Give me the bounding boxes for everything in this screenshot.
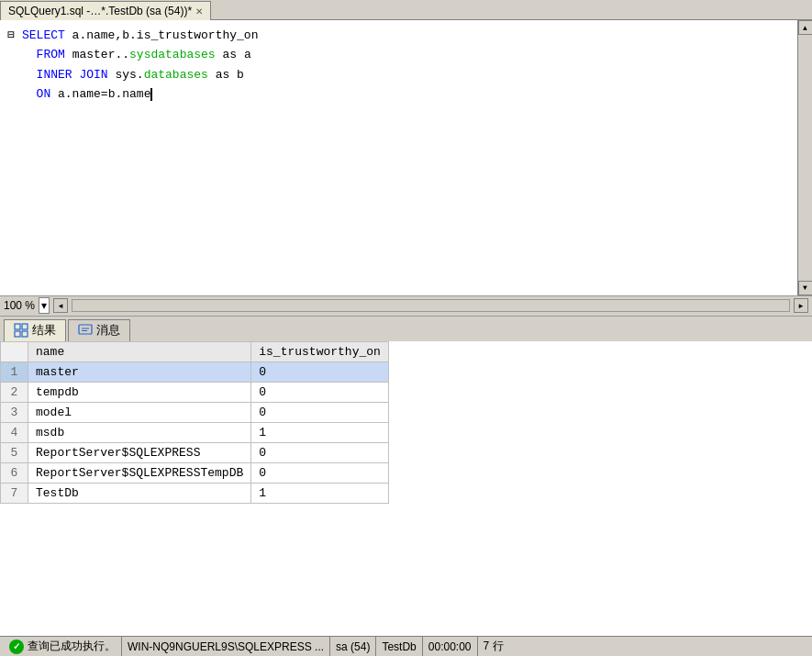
svg-rect-4 (79, 325, 92, 334)
status-db: TestDb (382, 640, 416, 653)
tab-bar: SQLQuery1.sql -…*.TestDb (sa (54))* ✕ (0, 0, 812, 20)
collapse-icon[interactable]: ⊟ (4, 26, 15, 45)
results-table: name is_trustworthy_on 1master02tempdb03… (0, 341, 389, 504)
scroll-right-arrow[interactable]: ► (794, 298, 808, 313)
row-number: 3 (1, 402, 28, 422)
tab-results-label: 结果 (32, 322, 56, 339)
scroll-track[interactable] (799, 35, 812, 281)
code-line-1: SELECT a.name,b.is_trustworthy_on (22, 26, 794, 45)
scroll-up-arrow[interactable]: ▲ (798, 20, 813, 35)
cell-trust: 1 (251, 483, 389, 503)
status-time: 00:00:00 (428, 640, 472, 653)
tab-messages-label: 消息 (96, 322, 120, 339)
tab-close-button[interactable]: ✕ (195, 6, 203, 17)
scroll-left-arrow[interactable]: ◄ (53, 298, 68, 313)
tab-title: SQLQuery1.sql -…*.TestDb (sa (54))* (8, 5, 192, 17)
table-row[interactable]: 3model0 (1, 402, 389, 422)
status-db-item: TestDb (376, 637, 422, 656)
status-time-item: 00:00:00 (423, 637, 478, 656)
code-line-2: FROM master..sysdatabases as a (22, 45, 794, 64)
status-rows: 7 行 (484, 639, 504, 654)
cell-trust: 1 (251, 422, 389, 442)
status-message-item: ✓ 查询已成功执行。 (4, 637, 122, 656)
code-editor[interactable]: SELECT a.name,b.is_trustworthy_on FROM m… (18, 20, 797, 295)
row-number: 4 (1, 422, 28, 442)
zoom-dropdown[interactable]: ▾ (39, 297, 50, 314)
cell-name: TestDb (28, 483, 251, 503)
cell-name: model (28, 402, 251, 422)
cell-name: tempdb (28, 382, 251, 402)
row-number: 7 (1, 483, 28, 503)
status-server-item: WIN-NQ9NGUERL9S\SQLEXPRESS ... (122, 637, 330, 656)
horizontal-scroll-bar: 100 % ▾ ◄ ► (0, 295, 812, 316)
h-scroll-track[interactable] (72, 299, 790, 312)
cell-name: master (28, 361, 251, 382)
table-row[interactable]: 7TestDb1 (1, 483, 389, 503)
status-bar: ✓ 查询已成功执行。 WIN-NQ9NGUERL9S\SQLEXPRESS ..… (0, 636, 812, 656)
status-server: WIN-NQ9NGUERL9S\SQLEXPRESS ... (128, 640, 324, 653)
tab-results[interactable]: 结果 (4, 319, 66, 341)
row-number: 5 (1, 442, 28, 462)
cell-name: ReportServer$SQLEXPRESS (28, 442, 251, 462)
svg-rect-1 (22, 324, 28, 329)
row-number: 1 (1, 361, 28, 382)
editor-container: ⊟ SELECT a.name,b.is_trustworthy_on FROM… (0, 20, 812, 316)
cell-trust: 0 (251, 462, 389, 483)
table-row[interactable]: 6ReportServer$SQLEXPRESSTempDB0 (1, 462, 389, 483)
messages-icon (78, 323, 93, 338)
table-row[interactable]: 5ReportServer$SQLEXPRESS0 (1, 442, 389, 462)
status-rows-item: 7 行 (478, 637, 509, 656)
row-number: 2 (1, 382, 28, 402)
status-user-item: sa (54) (330, 637, 376, 656)
status-ok-icon: ✓ (9, 639, 24, 654)
status-message: 查询已成功执行。 (28, 639, 116, 654)
table-row[interactable]: 1master0 (1, 361, 389, 382)
status-user: sa (54) (336, 640, 370, 653)
col-header-rownum (1, 341, 28, 361)
code-line-3: INNER JOIN sys.databases as b (22, 65, 794, 84)
col-header-name: name (28, 341, 251, 361)
cell-trust: 0 (251, 442, 389, 462)
zoom-label: 100 % (4, 299, 35, 312)
code-line-4: ON a.name=b.name (22, 84, 794, 104)
results-container[interactable]: name is_trustworthy_on 1master02tempdb03… (0, 341, 812, 637)
table-row[interactable]: 2tempdb0 (1, 382, 389, 402)
query-tab[interactable]: SQLQuery1.sql -…*.TestDb (sa (54))* ✕ (0, 1, 211, 21)
col-header-trust: is_trustworthy_on (251, 341, 389, 361)
svg-rect-3 (22, 331, 28, 337)
cell-trust: 0 (251, 382, 389, 402)
scroll-down-arrow[interactable]: ▼ (798, 281, 813, 295)
zoom-dropdown-arrow: ▾ (41, 299, 47, 312)
table-row[interactable]: 4msdb1 (1, 422, 389, 442)
line-numbers: ⊟ (0, 20, 18, 295)
editor-scroll[interactable]: ⊟ SELECT a.name,b.is_trustworthy_on FROM… (0, 20, 797, 295)
cell-trust: 0 (251, 402, 389, 422)
results-tabs: 结果 消息 (0, 316, 812, 341)
cell-name: msdb (28, 422, 251, 442)
cell-name: ReportServer$SQLEXPRESSTempDB (28, 462, 251, 483)
tab-messages[interactable]: 消息 (68, 319, 130, 341)
cell-trust: 0 (251, 361, 389, 382)
vertical-scrollbar[interactable]: ▲ ▼ (797, 20, 812, 295)
svg-rect-2 (15, 331, 20, 337)
svg-rect-0 (15, 324, 20, 329)
row-number: 6 (1, 462, 28, 483)
results-grid-icon (14, 323, 28, 338)
